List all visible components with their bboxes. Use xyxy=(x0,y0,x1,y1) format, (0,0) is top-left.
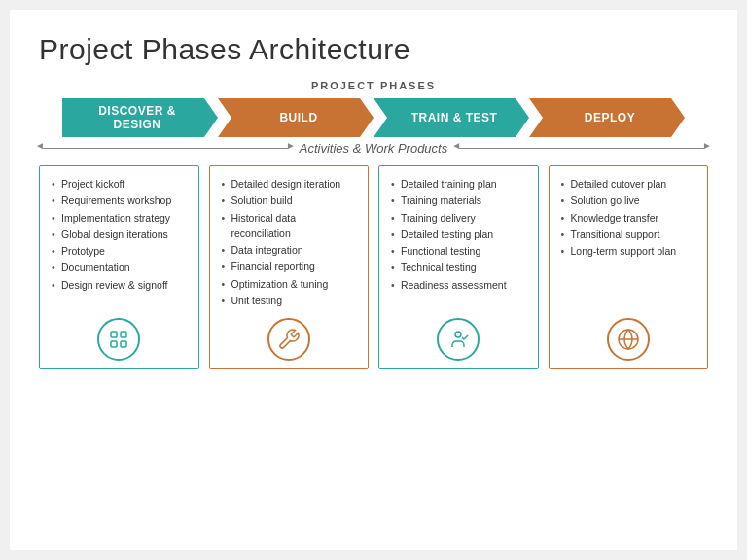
list-item: Functional testing xyxy=(389,243,528,259)
svg-rect-3 xyxy=(121,341,126,347)
discover-col-icon-container xyxy=(50,318,189,361)
list-item: Unit testing xyxy=(220,293,359,308)
train-icon xyxy=(437,318,480,361)
list-item: Detailed training plan xyxy=(389,176,528,192)
list-item: Training delivery xyxy=(389,210,528,226)
list-item: Transitional support xyxy=(559,227,698,242)
phases-row: DISCOVER &DESIGNBUILDTRAIN & TESTDEPLOY xyxy=(39,98,708,137)
list-item: Training materials xyxy=(389,192,528,208)
svg-rect-1 xyxy=(121,332,126,337)
discover-col: Project kickoffRequirements workshopImpl… xyxy=(39,165,199,369)
build-icon xyxy=(267,318,310,361)
list-item: Implementation strategy xyxy=(50,210,189,226)
list-item: Documentation xyxy=(50,260,189,275)
activities-line-left xyxy=(43,148,288,149)
train-col-icon-container xyxy=(389,318,528,361)
list-item: Design review & signoff xyxy=(50,277,189,293)
list-item: Solution build xyxy=(220,192,359,208)
train-col-list: Detailed training planTraining materials… xyxy=(389,176,528,310)
list-item: Optimization & tuning xyxy=(220,276,359,292)
list-item: Detailed testing plan xyxy=(389,227,528,242)
deploy-col-list: Detailed cutover planSolution go liveKno… xyxy=(559,176,698,310)
list-item: Prototype xyxy=(50,243,189,259)
phase-deploy: DEPLOY xyxy=(529,98,685,137)
phase-train: TRAIN & TEST xyxy=(374,98,529,137)
deploy-icon xyxy=(607,318,650,361)
columns-row: Project kickoffRequirements workshopImpl… xyxy=(39,165,708,369)
activities-line-right xyxy=(459,148,704,149)
list-item: Readiness assessment xyxy=(389,277,528,293)
phases-label: PROJECT PHASES xyxy=(39,80,708,91)
discover-col-list: Project kickoffRequirements workshopImpl… xyxy=(50,176,189,310)
activities-row: Activities & Work Products xyxy=(39,141,708,156)
phase-discover: DISCOVER &DESIGN xyxy=(62,98,218,137)
list-item: Solution go live xyxy=(559,192,698,208)
list-item: Long-term support plan xyxy=(559,243,698,259)
build-col: Detailed design iterationSolution buildH… xyxy=(209,165,370,369)
list-item: Technical testing xyxy=(389,260,528,275)
list-item: Financial reporting xyxy=(220,259,359,274)
svg-rect-2 xyxy=(111,341,117,347)
list-item: Knowledge transfer xyxy=(559,210,698,226)
deploy-col: Detailed cutover planSolution go liveKno… xyxy=(549,165,709,369)
list-item: Detailed design iteration xyxy=(220,176,359,192)
list-item: Data integration xyxy=(220,242,359,258)
phase-build: BUILD xyxy=(218,98,374,137)
discover-icon xyxy=(97,318,140,361)
slide: Project Phases Architecture PROJECT PHAS… xyxy=(10,10,737,550)
build-col-icon-container xyxy=(220,318,359,361)
train-col: Detailed training planTraining materials… xyxy=(378,165,539,369)
svg-rect-0 xyxy=(111,332,117,337)
list-item: Project kickoff xyxy=(50,176,189,192)
build-col-list: Detailed design iterationSolution buildH… xyxy=(220,176,359,310)
deploy-col-icon-container xyxy=(559,318,698,361)
list-item: Global design iterations xyxy=(50,227,189,242)
activities-label: Activities & Work Products xyxy=(292,141,455,156)
list-item: Historical data reconciliation xyxy=(220,210,359,242)
list-item: Requirements workshop xyxy=(50,192,189,208)
svg-point-4 xyxy=(455,332,461,337)
list-item: Detailed cutover plan xyxy=(559,176,698,192)
main-title: Project Phases Architecture xyxy=(39,33,708,66)
